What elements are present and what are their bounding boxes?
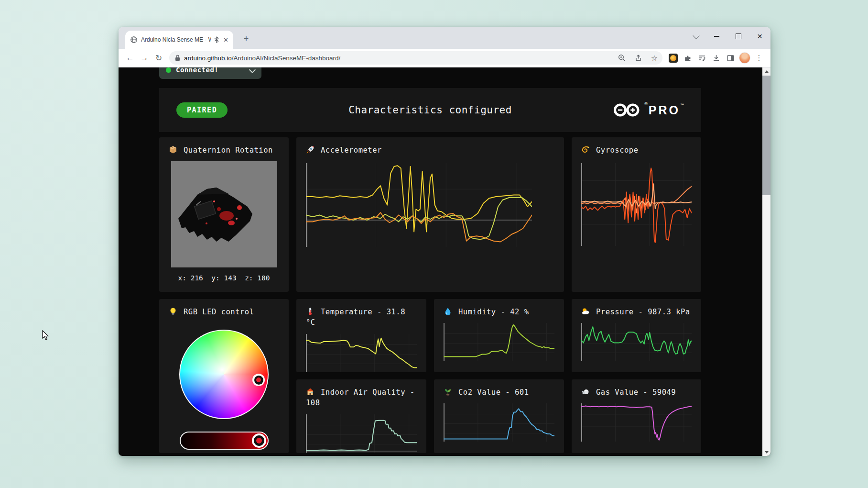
tab-strip: Arduino Nicla Sense ME - We ✕ + ✕ [119,27,770,49]
paired-badge: PAIRED [176,102,228,118]
accelerometer-title-row: Accelerometer [306,145,554,155]
tab-search-chevron-icon[interactable] [684,27,706,46]
share-icon[interactable] [632,52,644,64]
page-content: Connected! PAIRED Characteristics config… [119,67,770,456]
brightness-slider-handle[interactable] [252,433,266,448]
connected-chevron-icon [249,67,256,73]
new-tab-button[interactable]: + [240,33,252,45]
mouse-cursor-icon [42,330,51,341]
brightness-slider[interactable] [180,432,269,450]
rocket-icon [306,145,315,154]
connected-button[interactable]: Connected! [159,67,261,79]
quaternion-coordinates: x: 216 y: 143 z: 180 [169,274,279,282]
scrollbar-up-arrow[interactable] [762,67,770,75]
cards-grid: Quaternion Rotation [159,137,701,453]
reload-button[interactable]: ↻ [152,51,165,65]
page-scrollbar[interactable] [762,67,770,456]
download-icon[interactable] [709,51,723,65]
window-controls: ✕ [684,27,770,46]
humidity-title: Humidity - 42 % [458,308,529,316]
card-indoor-air-quality: Indoor Air Quality - 108 [296,379,426,453]
url-domain: arduino.github.io [184,55,232,62]
card-pressure: Pressure - 987.3 kPa [572,299,701,372]
scrollbar-thumb[interactable] [762,76,770,195]
address-bar[interactable]: arduino.github.io/ArduinoAI/NiclaSenseME… [169,51,662,65]
maximize-button[interactable] [727,27,749,46]
back-button[interactable]: ← [123,51,137,65]
gyroscope-chart [581,163,692,246]
registered-mark: ® [644,101,648,106]
temperature-title-row: Temperature - 31.8 °C [306,307,417,328]
media-controls-icon[interactable] [695,51,708,65]
card-humidity: Humidity - 42 % [434,299,564,372]
droplet-icon [444,307,453,316]
gyroscope-title-row: Gyroscope [581,145,692,155]
bookmark-star-icon[interactable]: ☆ [648,52,661,64]
dizzy-swirl-icon [581,145,591,154]
tab-close-icon[interactable]: ✕ [222,36,229,44]
extension-orange-icon[interactable] [666,51,680,65]
card-quaternion-rotation: Quaternion Rotation [159,137,289,292]
browser-window: Arduino Nicla Sense ME - We ✕ + ✕ ← → ↻ [119,27,770,456]
gas-puff-icon [581,388,591,396]
pro-logo-text: PRO [649,102,680,118]
pressure-title-row: Pressure - 987.3 kPa [581,307,692,317]
dashboard-main: PAIRED Characteristics configured ® PRO … [159,88,701,453]
card-co2-value: Co2 Value - 601 [434,379,564,453]
rgb-title-row: RGB LED control [169,307,279,317]
bluetooth-icon [214,36,219,43]
card-gyroscope: Gyroscope [572,137,701,292]
color-wheel[interactable] [179,330,269,419]
card-temperature: Temperature - 31.8 °C [296,299,426,372]
rgb-title: RGB LED control [184,308,254,316]
pcb-render [171,161,277,267]
card-accelerometer: Accelerometer [296,137,564,292]
co2-chart [444,403,554,442]
card-gas-value: Gas Value - 59049 [572,379,701,453]
browser-tab[interactable]: Arduino Nicla Sense ME - We ✕ [125,31,233,49]
seedling-icon [444,388,453,396]
connected-status-dot [166,67,171,73]
profile-avatar[interactable] [738,51,751,65]
quaternion-3d-view[interactable] [171,161,277,267]
co2-title-row: Co2 Value - 601 [444,387,554,398]
gyroscope-title: Gyroscope [596,146,639,155]
light-bulb-icon [169,307,178,316]
minimize-button[interactable] [706,27,727,46]
url-path: /ArduinoAI/NiclaSenseME-dashboard/ [232,55,340,62]
iaq-title: Indoor Air Quality - 108 [306,388,415,407]
quaternion-title: Quaternion Rotation [184,146,273,155]
iaq-title-row: Indoor Air Quality - 108 [306,387,417,409]
quaternion-title-row: Quaternion Rotation [169,145,279,155]
humidity-title-row: Humidity - 42 % [444,307,554,317]
connected-label: Connected! [176,67,218,74]
pressure-title: Pressure - 987.3 kPa [596,308,690,316]
lock-icon [175,55,180,61]
temperature-chart [306,334,417,372]
iaq-chart [306,414,417,453]
color-wheel-selector[interactable] [252,374,265,386]
arduino-pro-logo: ® PRO ™ [610,102,684,118]
browser-menu-icon[interactable]: ⋮ [752,51,766,65]
window-close-button[interactable]: ✕ [749,27,770,46]
forward-button[interactable]: → [138,51,151,65]
browser-toolbar: ← → ↻ arduino.github.io/ArduinoAI/NiclaS… [119,49,770,67]
extensions-puzzle-icon[interactable] [681,51,694,65]
pressure-chart [581,323,692,361]
gas-title: Gas Value - 59049 [596,388,676,397]
temperature-title: Temperature - 31.8 °C [306,308,405,327]
page-title: Characteristics configured [348,104,512,116]
thermometer-icon [306,307,315,316]
trademark-mark: ™ [680,103,684,107]
arduino-infinity-icon [610,102,644,118]
gas-title-row: Gas Value - 59049 [581,387,692,398]
status-header: PAIRED Characteristics configured ® PRO … [159,88,701,132]
scrollbar-down-arrow[interactable] [762,448,770,456]
url-text: arduino.github.io/ArduinoAI/NiclaSenseME… [184,55,340,62]
humidity-chart [444,323,554,361]
gas-chart [581,403,692,442]
package-icon [169,145,178,154]
side-panel-icon[interactable] [724,51,737,65]
zoom-in-icon[interactable] [616,52,628,64]
co2-title: Co2 Value - 601 [458,388,529,397]
